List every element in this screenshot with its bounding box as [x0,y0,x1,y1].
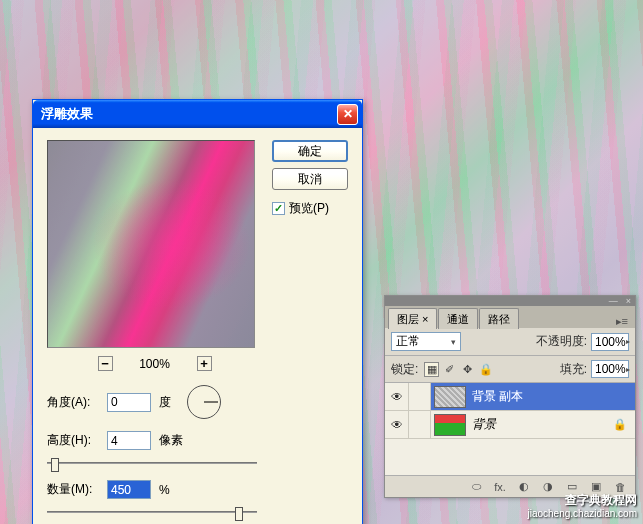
layer-thumbnail[interactable] [434,386,466,408]
layers-panel: — × 图层 × 通道 路径 ▸≡ 正常 ▾ 不透明度: 100%▸ 锁定: ▦… [384,295,636,498]
zoom-percent: 100% [135,357,175,371]
amount-slider[interactable] [47,511,257,515]
preview-checkbox-row[interactable]: ✓ 预览(P) [272,200,348,217]
zoom-in-button[interactable]: + [197,356,212,371]
emboss-dialog: 浮雕效果 ✕ − 100% + 角度(A): 度 高度(H): 像素 [32,99,363,524]
watermark: 查字典教程网 jiaocheng.chazidian.com [527,492,637,520]
amount-label: 数量(M): [47,481,101,498]
zoom-out-button[interactable]: − [98,356,113,371]
lock-icon: 🔒 [613,418,627,431]
height-label: 高度(H): [47,432,101,449]
height-input[interactable] [107,431,151,450]
chevron-down-icon: ▾ [451,337,456,347]
lock-label: 锁定: [391,361,418,378]
panel-menu-icon[interactable]: ▸≡ [616,315,628,328]
visibility-toggle[interactable]: 👁 [385,411,409,438]
checkbox-icon: ✓ [272,202,285,215]
preview-checkbox-label: 预览(P) [289,200,329,217]
layer-row[interactable]: 👁 背景 副本 [385,383,635,411]
angle-dial[interactable] [187,385,221,419]
blend-mode-value: 正常 [396,333,420,350]
lock-all-icon[interactable]: 🔒 [478,362,493,377]
caret-icon: ▸ [626,337,630,346]
layer-name[interactable]: 背景 副本 [472,388,635,405]
lock-position-icon[interactable]: ✥ [460,362,475,377]
layer-row[interactable]: 👁 背景 🔒 [385,411,635,439]
visibility-toggle[interactable]: 👁 [385,383,409,410]
lock-transparency-icon[interactable]: ▦ [424,362,439,377]
panel-grip[interactable]: — × [385,296,635,306]
panel-minimize-icon[interactable]: — [609,296,618,306]
tab-paths[interactable]: 路径 [479,308,519,329]
close-icon[interactable]: ✕ [337,104,358,125]
panel-close-icon[interactable]: × [626,296,631,306]
cancel-button[interactable]: 取消 [272,168,348,190]
height-unit: 像素 [159,432,183,449]
layers-list: 👁 背景 副本 👁 背景 🔒 [385,383,635,475]
amount-unit: % [159,483,170,497]
dialog-title: 浮雕效果 [37,105,337,123]
lock-paint-icon[interactable]: ✐ [442,362,457,377]
angle-unit: 度 [159,394,171,411]
fx-icon[interactable]: fx. [491,479,509,495]
opacity-label: 不透明度: [536,333,587,350]
blend-mode-dropdown[interactable]: 正常 ▾ [391,332,461,351]
ok-button[interactable]: 确定 [272,140,348,162]
angle-label: 角度(A): [47,394,101,411]
amount-input[interactable] [107,480,151,499]
tab-channels[interactable]: 通道 [438,308,478,329]
opacity-input[interactable]: 100%▸ [591,333,629,351]
dialog-titlebar[interactable]: 浮雕效果 ✕ [33,100,362,128]
tab-layers[interactable]: 图层 × [388,308,437,329]
height-slider[interactable] [47,462,257,466]
link-layers-icon[interactable]: ⬭ [467,479,485,495]
angle-input[interactable] [107,393,151,412]
fill-input[interactable]: 100%▸ [591,360,629,378]
layer-name[interactable]: 背景 [472,416,613,433]
filter-preview[interactable] [47,140,255,348]
caret-icon: ▸ [626,365,630,374]
fill-label: 填充: [560,361,587,378]
layer-thumbnail[interactable] [434,414,466,436]
